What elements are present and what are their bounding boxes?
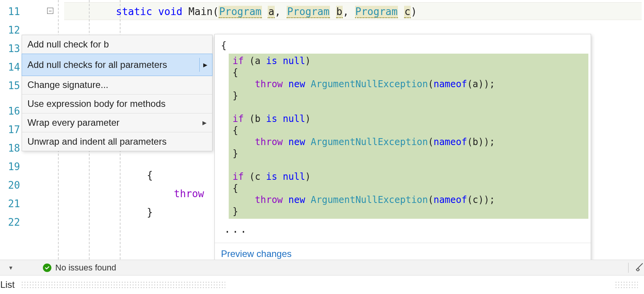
menu-item-add-null-check-b[interactable]: Add null check for b xyxy=(22,35,212,54)
menu-item-label: Add null checks for all parameters xyxy=(27,59,167,70)
line-number: 20 xyxy=(0,176,23,194)
preview-changes-link[interactable]: Preview changes xyxy=(221,248,292,259)
code-line[interactable]: static void Main(Program a, Program b, P… xyxy=(116,2,417,21)
line-number: 12 xyxy=(0,21,23,39)
status-bar: ▼ No issues found xyxy=(0,260,644,275)
bottom-panel-bar: List xyxy=(0,275,644,294)
drag-handle-icon[interactable] xyxy=(21,281,225,289)
submenu-chevron-icon: ▶ xyxy=(202,120,207,126)
preview-ellipsis: ... xyxy=(221,221,585,235)
line-number: 16 xyxy=(0,102,23,120)
drag-handle-icon[interactable] xyxy=(615,281,638,289)
menu-item-label: Change signature... xyxy=(27,79,108,90)
line-number: 18 xyxy=(0,139,23,157)
dropdown-chevron-icon[interactable]: ▼ xyxy=(0,265,22,271)
preview-panel: { if (a is null) { throw new ArgumentNul… xyxy=(214,34,591,265)
line-number: 19 xyxy=(0,157,23,176)
quick-actions-menu: Add null check for b Add null checks for… xyxy=(22,35,212,151)
status-separator xyxy=(628,263,629,273)
code-line[interactable]: throw xyxy=(174,184,204,203)
preview-line: { xyxy=(221,40,585,51)
line-number-gutter: 11 12 13 14 15 16 17 18 19 20 21 22 xyxy=(0,0,23,294)
line-number: 13 xyxy=(0,39,23,58)
menu-item-add-null-checks-all[interactable]: Add null checks for all parameters ▶ xyxy=(22,54,212,76)
menu-item-expression-body[interactable]: Use expression body for methods xyxy=(22,95,212,113)
menu-item-label: Unwrap and indent all parameters xyxy=(27,136,167,147)
line-number: 22 xyxy=(0,213,23,231)
line-number: 14 xyxy=(0,58,23,76)
submenu-chevron-icon[interactable]: ▶ xyxy=(199,58,211,72)
line-number: 11 xyxy=(0,2,23,21)
preview-body: { if (a is null) { throw new ArgumentNul… xyxy=(215,34,591,243)
code-line[interactable]: } xyxy=(147,203,153,221)
line-number: 15 xyxy=(0,76,23,95)
status-check-icon xyxy=(43,264,51,272)
menu-item-label: Wrap every parameter xyxy=(27,117,119,128)
bottom-panel-label[interactable]: List xyxy=(0,279,15,290)
line-number: 17 xyxy=(0,120,23,139)
fold-toggle-icon[interactable]: − xyxy=(47,8,53,14)
status-text: No issues found xyxy=(55,263,116,273)
menu-item-label: Add null check for b xyxy=(27,39,109,50)
line-number: 21 xyxy=(0,194,23,213)
menu-item-unwrap-parameters[interactable]: Unwrap and indent all parameters xyxy=(22,132,212,151)
code-line[interactable]: { xyxy=(147,166,153,184)
menu-item-label: Use expression body for methods xyxy=(27,98,166,109)
cleanup-brush-icon[interactable] xyxy=(635,262,644,274)
menu-item-wrap-parameters[interactable]: Wrap every parameter ▶ xyxy=(22,113,212,132)
menu-item-change-signature[interactable]: Change signature... xyxy=(22,76,212,95)
preview-diff-block: if (a is null) { throw new ArgumentNullE… xyxy=(229,54,588,219)
